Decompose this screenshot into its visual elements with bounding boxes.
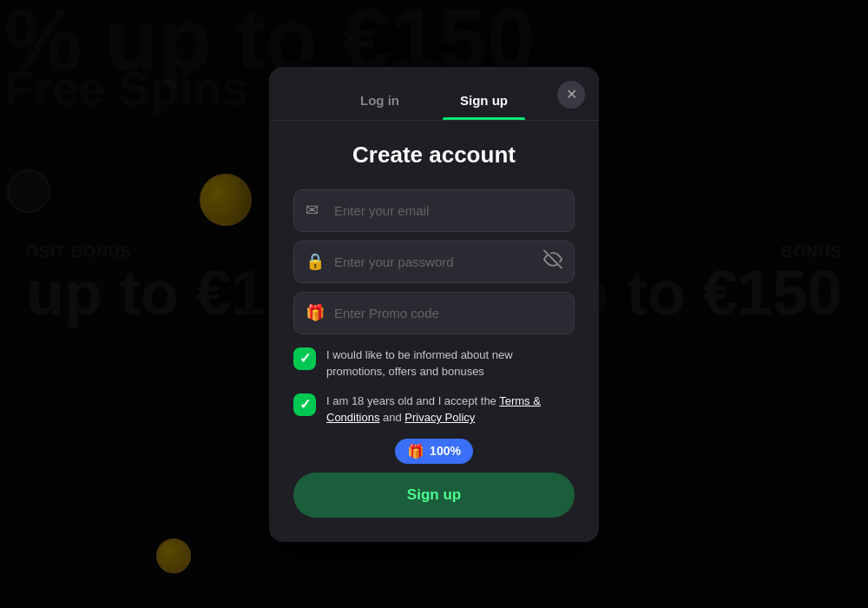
- close-button[interactable]: ✕: [557, 81, 585, 109]
- email-input-group: ✉: [293, 189, 575, 232]
- close-icon: ✕: [566, 86, 577, 102]
- privacy-link[interactable]: Privacy Policy: [404, 411, 475, 424]
- password-input[interactable]: [293, 241, 575, 283]
- checkbox-terms-label: I am 18 years old and I accept the Terms…: [326, 393, 575, 426]
- modal-overlay: Log in Sign up ✕ Create account ✉ 🔒: [0, 0, 868, 608]
- checkbox-row-1: ✓ I would like to be informed about new …: [293, 347, 575, 380]
- checkmark-icon: ✓: [299, 350, 311, 367]
- promo-input[interactable]: [293, 292, 575, 334]
- toggle-password-icon[interactable]: [543, 250, 562, 274]
- signup-button[interactable]: Sign up: [293, 473, 575, 518]
- password-input-group: 🔒: [293, 241, 575, 283]
- tab-login[interactable]: Log in: [343, 84, 417, 120]
- checkbox-row-2: ✓ I am 18 years old and I accept the Ter…: [293, 393, 575, 426]
- checkbox-promotions[interactable]: ✓: [293, 347, 316, 370]
- checkmark-icon-2: ✓: [299, 396, 311, 413]
- terms-prefix-text: I am 18 years old and I accept the: [326, 394, 499, 407]
- modal-tabs: Log in Sign up ✕: [269, 67, 599, 120]
- promo-input-group: 🎁: [293, 292, 575, 334]
- terms-middle-text: and: [379, 411, 404, 424]
- strength-container: 🎁 100%: [293, 439, 575, 464]
- modal-body: Create account ✉ 🔒: [269, 121, 599, 542]
- checkbox-promotions-label: I would like to be informed about new pr…: [326, 347, 575, 380]
- email-input[interactable]: [293, 189, 575, 232]
- strength-value: 100%: [430, 444, 461, 458]
- checkbox-terms[interactable]: ✓: [293, 393, 316, 416]
- checkbox-group: ✓ I would like to be informed about new …: [293, 347, 575, 426]
- strength-badge: 🎁 100%: [395, 439, 473, 464]
- strength-emoji: 🎁: [407, 443, 424, 459]
- tab-signup[interactable]: Sign up: [443, 84, 525, 120]
- modal-title: Create account: [293, 142, 575, 169]
- modal-container: Log in Sign up ✕ Create account ✉ 🔒: [269, 67, 599, 542]
